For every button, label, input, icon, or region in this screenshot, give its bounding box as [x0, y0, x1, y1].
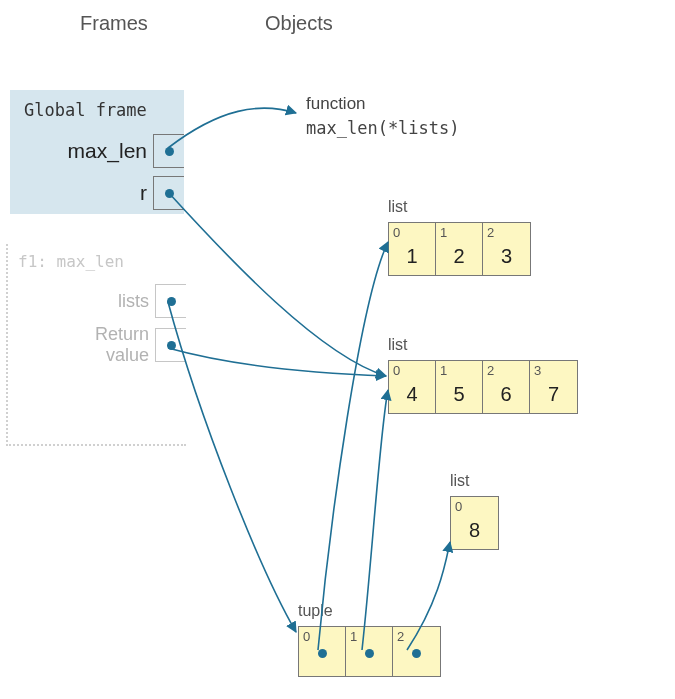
- var-name-max_len: max_len: [68, 139, 153, 163]
- diagram-stage: Frames Objects Global frame max_len r f1…: [0, 0, 675, 699]
- global-frame-title: Global frame: [10, 90, 184, 120]
- pointer-dot: [365, 649, 374, 658]
- cell-index: 0: [303, 629, 310, 644]
- var-name-r: r: [140, 181, 153, 205]
- var-cell-return: [155, 328, 186, 362]
- cell-index: 3: [534, 363, 541, 378]
- list-cell: 04: [389, 361, 436, 413]
- list-cell: 15: [436, 361, 483, 413]
- tuple-label: tuple: [298, 602, 333, 620]
- pointer-arrow: [168, 108, 296, 148]
- cell-index: 0: [393, 225, 400, 240]
- list-cell: 23: [483, 223, 530, 275]
- var-cell-max_len: [153, 134, 184, 168]
- f1-frame: f1: max_len lists Return value: [6, 244, 186, 446]
- tuple-cell: 0: [299, 627, 346, 676]
- function-signature: max_len(*lists): [306, 118, 460, 138]
- pointer-dot: [167, 297, 176, 306]
- pointer-dot: [318, 649, 327, 658]
- cell-index: 2: [487, 225, 494, 240]
- list-cell: 37: [530, 361, 577, 413]
- pointer-arrow: [318, 242, 388, 650]
- pointer-arrow: [362, 390, 388, 650]
- tuple-box: 0 1 2: [298, 626, 441, 677]
- cell-index: 0: [455, 499, 462, 514]
- pointer-dot: [165, 147, 174, 156]
- list1-box: 01 12 23: [388, 222, 531, 276]
- list1-label: list: [388, 198, 408, 216]
- cell-index: 1: [350, 629, 357, 644]
- objects-header: Objects: [265, 12, 333, 35]
- list2-label: list: [388, 336, 408, 354]
- list-cell: 08: [451, 497, 498, 549]
- tuple-cell: 2: [393, 627, 440, 676]
- f1-frame-title: f1: max_len: [8, 244, 186, 271]
- list3-box: 08: [450, 496, 499, 550]
- list-cell: 12: [436, 223, 483, 275]
- cell-index: 2: [487, 363, 494, 378]
- tuple-cell: 1: [346, 627, 393, 676]
- cell-index: 0: [393, 363, 400, 378]
- var-name-return: Return value: [95, 324, 155, 365]
- cell-index: 2: [397, 629, 404, 644]
- pointer-arrow: [168, 192, 386, 376]
- var-row-r: r: [140, 176, 184, 210]
- var-row-lists: lists: [118, 284, 186, 318]
- pointer-dot: [167, 341, 176, 350]
- list3-label: list: [450, 472, 470, 490]
- function-type-label: function: [306, 94, 366, 114]
- cell-index: 1: [440, 225, 447, 240]
- cell-index: 1: [440, 363, 447, 378]
- list-cell: 26: [483, 361, 530, 413]
- pointer-dot: [412, 649, 421, 658]
- pointer-arrow: [168, 302, 296, 632]
- list-cell: 01: [389, 223, 436, 275]
- var-cell-r: [153, 176, 184, 210]
- var-row-max_len: max_len: [68, 134, 184, 168]
- pointer-dot: [165, 189, 174, 198]
- pointer-arrow: [168, 348, 386, 376]
- var-row-return: Return value: [95, 324, 186, 358]
- var-name-lists: lists: [118, 291, 155, 312]
- list2-box: 04 15 26 37: [388, 360, 578, 414]
- frames-header: Frames: [80, 12, 148, 35]
- var-cell-lists: [155, 284, 186, 318]
- global-frame: Global frame max_len r: [10, 90, 184, 214]
